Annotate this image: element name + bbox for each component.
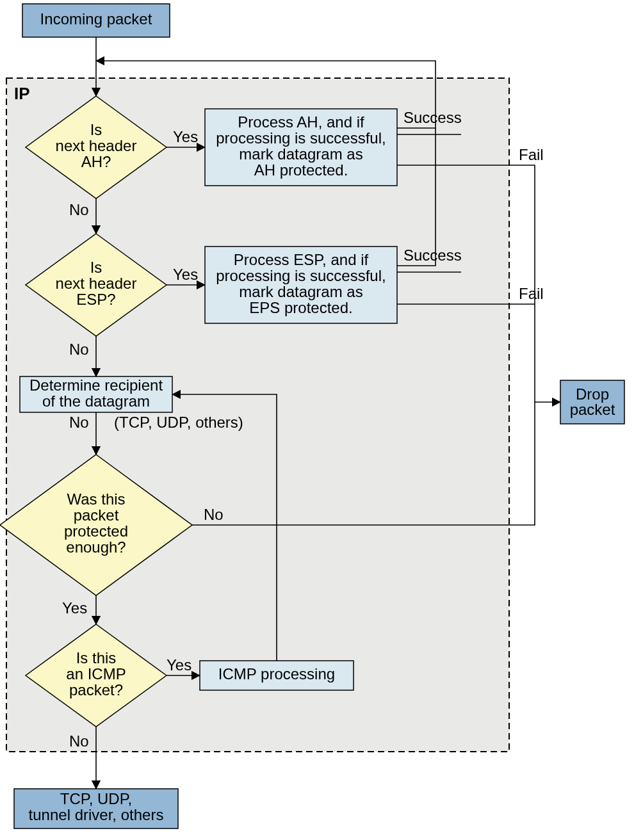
edge-dprotect-drop-lbl: No [204, 506, 224, 523]
output-l1: TCP, UDP, [60, 790, 133, 807]
output-l2: tunnel driver, others [29, 806, 164, 823]
determine-recipient-l1: Determine recipient [29, 376, 163, 394]
decision-protected-l3: protected [64, 522, 128, 540]
icmp-processing-text: ICMP processing [218, 665, 335, 682]
decision-esp-l2: next header [56, 275, 137, 292]
edge-dicmp-out-lbl: No [69, 732, 89, 750]
process-ah-l4: AH protected. [254, 161, 348, 179]
ip-label: IP [14, 84, 30, 103]
decision-ah-l3: AH? [81, 153, 111, 170]
edge-pah-success-lbl: Success [403, 109, 462, 126]
process-esp-l4: EPS protected. [249, 299, 352, 316]
decision-icmp-l3: packet? [69, 681, 123, 699]
incoming-packet-text: Incoming packet [40, 10, 152, 28]
process-ah-l3: mark datagram as [239, 145, 362, 163]
decision-icmp-l2: an ICMP [66, 665, 126, 682]
decision-esp-l1: Is [90, 259, 102, 276]
edge-pesp-success-lbl: Success [403, 246, 462, 264]
edge-recipient-dprotect-no: No [69, 414, 89, 431]
decision-protected-l1: Was this [67, 490, 125, 508]
process-esp-l2: processing is successful, [216, 267, 386, 284]
process-ah-l1: Process AH, and if [238, 113, 364, 131]
edge-dprotect-dicmp-lbl: Yes [62, 599, 87, 617]
edge-recipient-dprotect-note: (TCP, UDP, others) [114, 414, 243, 431]
decision-icmp-l1: Is this [76, 649, 117, 666]
process-esp-l1: Process ESP, and if [234, 251, 369, 268]
edge-dah-desp-lbl: No [69, 201, 89, 218]
flowchart-diagram: IP Incoming packet Is next header AH? Pr… [0, 0, 643, 840]
decision-protected-l4: enough? [66, 538, 126, 556]
edge-dicmp-picmp-lbl: Yes [167, 656, 191, 674]
edge-desp-recipient-lbl: No [69, 341, 89, 358]
determine-recipient-l2: of the datagram [42, 392, 150, 410]
drop-packet-l2: packet [570, 401, 615, 418]
decision-ah-l1: Is [90, 121, 102, 138]
edge-desp-pesp-lbl: Yes [173, 266, 198, 283]
edge-dah-pah-lbl: Yes [173, 128, 198, 145]
process-esp-l3: mark datagram as [239, 283, 362, 300]
decision-ah-l2: next header [56, 137, 137, 154]
edge-pesp-fail-lbl: Fail [519, 285, 544, 302]
drop-packet-l1: Drop [576, 385, 609, 403]
edge-pah-fail-lbl: Fail [519, 146, 544, 163]
decision-esp-l3: ESP? [76, 291, 115, 308]
process-ah-l2: processing is successful, [216, 129, 386, 147]
decision-protected-l2: packet [74, 506, 119, 524]
